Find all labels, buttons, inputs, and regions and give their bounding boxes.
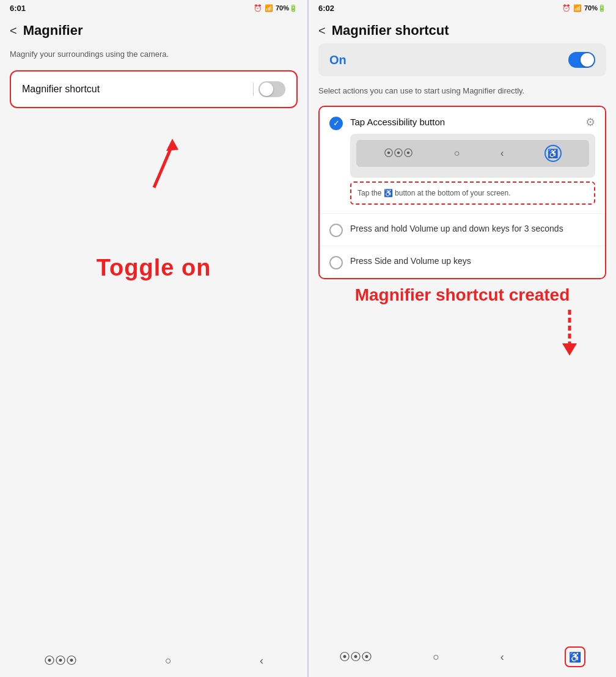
person-icon-hint: ♿	[384, 189, 393, 197]
wifi-icon-r: 📶	[573, 4, 582, 12]
tap-accessibility-content: Tap Accessibility button ⚙ ⦿⦿⦿ ○ ‹ ♿	[350, 115, 595, 205]
status-icons-left: ⏰ 📶 70%🔋	[254, 4, 298, 12]
battery-left: 70%🔋	[276, 4, 298, 12]
wifi-icon: 📶	[265, 4, 273, 12]
nav-back-icon-r[interactable]: ‹	[501, 651, 504, 664]
side-volume-content: Press Side and Volume up keys	[350, 255, 595, 268]
dashed-arrow-down-icon	[551, 310, 588, 359]
status-icons-right: ⏰ 📶 70%🔋	[562, 4, 606, 12]
options-box: ✓ Tap Accessibility button ⚙ ⦿⦿⦿ ○ ‹	[318, 106, 606, 279]
on-label: On	[329, 53, 346, 67]
tap-accessibility-header: Tap Accessibility button ⚙	[350, 115, 595, 129]
time-right: 6:02	[318, 4, 334, 13]
option-row-tap-accessibility[interactable]: ✓ Tap Accessibility button ⚙ ⦿⦿⦿ ○ ‹	[320, 107, 605, 214]
status-bar-left: 6:01 ⏰ 📶 70%🔋	[0, 0, 307, 15]
header-right: < Magnifier shortcut	[309, 15, 616, 43]
toggle-container	[253, 81, 285, 97]
nav-home-icon-r[interactable]: ○	[433, 651, 439, 664]
back-button-right[interactable]: <	[318, 24, 326, 38]
person-icon-nav: ♿	[569, 651, 581, 663]
tap-accessibility-title: Tap Accessibility button	[350, 117, 445, 127]
battery-right: 70%🔋	[584, 4, 606, 12]
svg-line-0	[154, 145, 172, 188]
right-screen: 6:02 ⏰ 📶 70%🔋 < Magnifier shortcut On Se…	[309, 0, 616, 677]
option-row-side-volume[interactable]: Press Side and Volume up keys	[320, 246, 605, 278]
radio-tap-accessibility[interactable]: ✓	[329, 117, 343, 130]
nav-accessibility-button[interactable]: ♿	[565, 646, 585, 667]
option-row-volume-hold[interactable]: Press and hold Volume up and down keys f…	[320, 214, 605, 246]
right-content: On Select actions you can use to start u…	[309, 43, 616, 639]
radio-volume-hold[interactable]	[329, 224, 343, 237]
preview-menu-icon: ⦿⦿⦿	[384, 148, 413, 159]
toggle-divider	[253, 82, 254, 96]
arrow-up-icon	[117, 133, 191, 194]
person-icon-preview: ♿	[548, 148, 558, 158]
gear-icon[interactable]: ⚙	[585, 115, 595, 129]
accessibility-preview: ⦿⦿⦿ ○ ‹ ♿	[350, 134, 595, 178]
nav-back-icon[interactable]: ‹	[260, 654, 263, 667]
nav-menu-icon-r[interactable]: ⦿⦿⦿	[339, 651, 372, 664]
alarm-icon-r: ⏰	[562, 4, 571, 12]
status-bar-right: 6:02 ⏰ 📶 70%🔋	[309, 0, 616, 15]
page-title-right: Magnifier shortcut	[332, 23, 449, 38]
magnifier-description: Magnify your surroundings using the came…	[10, 43, 298, 70]
magnifier-shortcut-toggle[interactable]	[258, 81, 285, 97]
hint-text: Tap the ♿ button at the bottom of your s…	[358, 189, 510, 197]
shortcut-created-label: Magnifier shortcut created	[355, 285, 570, 305]
volume-hold-content: Press and hold Volume up and down keys f…	[350, 222, 595, 235]
dashed-hint: Tap the ♿ button at the bottom of your s…	[350, 181, 595, 205]
alarm-icon: ⏰	[254, 4, 262, 12]
volume-hold-text: Press and hold Volume up and down keys f…	[350, 224, 563, 233]
left-screen: 6:01 ⏰ 📶 70%🔋 < Magnifier Magnify your s…	[0, 0, 309, 677]
preview-home-icon: ○	[454, 148, 460, 159]
back-button-left[interactable]: <	[10, 24, 17, 38]
on-toggle[interactable]	[568, 52, 595, 68]
bottom-annotation-area: Magnifier shortcut created	[318, 279, 606, 365]
select-description: Select actions you can use to start usin…	[318, 85, 606, 97]
nav-menu-icon[interactable]: ⦿⦿⦿	[44, 654, 77, 667]
header-left: < Magnifier	[0, 15, 307, 43]
radio-side-volume[interactable]	[329, 256, 343, 269]
preview-back-icon: ‹	[501, 148, 504, 159]
svg-marker-3	[562, 343, 577, 356]
side-volume-text: Press Side and Volume up keys	[350, 256, 471, 266]
left-content: Magnify your surroundings using the came…	[0, 43, 307, 647]
magnifier-shortcut-label: Magnifier shortcut	[22, 84, 100, 95]
nav-bar-right: ⦿⦿⦿ ○ ‹ ♿	[309, 639, 616, 677]
svg-marker-1	[166, 139, 178, 151]
nav-bar-preview: ⦿⦿⦿ ○ ‹ ♿	[356, 140, 589, 167]
on-toggle-row[interactable]: On	[318, 43, 606, 76]
nav-home-icon[interactable]: ○	[165, 654, 172, 667]
accessibility-button-preview: ♿	[544, 145, 562, 162]
page-title-left: Magnifier	[23, 23, 83, 38]
toggle-on-annotation: Toggle on	[10, 255, 298, 281]
time-left: 6:01	[10, 4, 26, 13]
magnifier-shortcut-row[interactable]: Magnifier shortcut	[10, 70, 298, 108]
annotation-area-left	[10, 108, 298, 218]
nav-bar-left: ⦿⦿⦿ ○ ‹	[0, 647, 307, 677]
